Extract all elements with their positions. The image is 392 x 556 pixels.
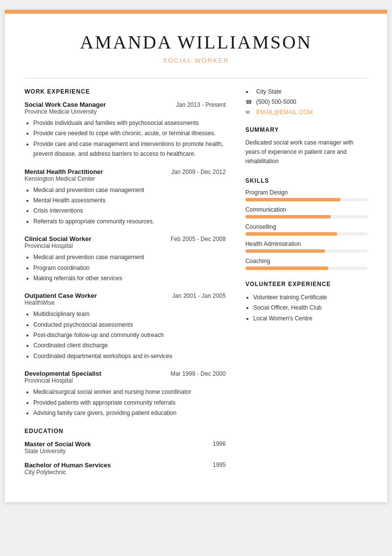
education-block: Bachelor of Human Services1995City Polyt… [24,461,226,476]
job-block: Mental Health PractitionerJan 2009 - Dec… [24,168,226,227]
list-item: Medical and prevention case management [33,252,226,262]
skill-bar-fill [245,266,329,270]
skill-name: Counselling [245,223,368,230]
skill-block: Program Design [245,189,368,201]
list-item: Volunteer training Certificate [253,292,368,303]
list-item: Provided patients with appropriate commu… [33,398,226,408]
top-bar [5,10,387,14]
edu-year: 1996 [213,440,226,448]
list-item: Coordinated departmental workshops and i… [33,351,226,361]
list-item: Multidisciplinary team [33,309,226,319]
education-section-title: EDUCATION [24,428,226,435]
skill-bar-fill [245,198,341,201]
edu-degree: Master of Social Work [24,440,91,448]
skill-block: Communication [245,206,368,218]
list-item: Referrals to appropriate community resou… [33,217,226,226]
list-item: Program coordination [33,263,226,273]
volunteer-section-title: VOLUNTEER EXPERIENCE [245,281,368,288]
list-item: Making referrals for other services [33,273,226,283]
job-company: Province Medical University [24,108,226,115]
job-title: Social Work Case Manager [24,101,106,108]
left-column: WORK EXPERIENCE Social Work Case Manager… [24,88,226,483]
list-item: Provide care needed to cope with chronic… [33,128,226,138]
job-dates: Feb 2005 - Dec 2008 [171,236,226,242]
volunteer-list: Volunteer training CertificateSocial Off… [245,292,368,324]
job-company: Kensington Medical Center [24,175,226,182]
email-icon: ✉ [245,109,253,116]
phone-icon: ☎ [245,99,253,105]
skill-bar-background [245,215,368,218]
summary-section-title: SUMMARY [245,126,368,133]
job-dates: Jan 2001 - Jan 2005 [172,292,225,299]
list-item: Social Officer, Health Club [253,303,368,314]
job-bullets: Multidisciplinary teamConducted psychoso… [24,309,226,361]
job-dates: Jan 2009 - Dec 2012 [171,169,225,175]
list-item: Advising family care givers, providing p… [33,408,226,418]
job-title: Developmental Specialist [24,370,101,377]
skill-bar-background [245,249,368,253]
job-title: Mental Health Practitioner [24,168,103,175]
jobs-container: Social Work Case ManagerJan 2013 - Prese… [24,101,226,418]
job-bullets: Medical/surgical social worker and nursi… [24,387,226,418]
work-experience-section-title: WORK EXPERIENCE [24,88,226,95]
job-company: HealthWise [24,299,226,306]
list-item: Provide individuals and families with ps… [33,118,226,128]
skill-name: Coaching [245,258,368,265]
job-header: Social Work Case ManagerJan 2013 - Prese… [24,101,226,108]
skill-bar-background [245,232,368,236]
resume-page: AMANDA WILLIAMSON SOCIAL WORKER WORK EXP… [5,10,387,502]
job-block: Outpatient Case WorkerJan 2001 - Jan 200… [24,292,226,361]
full-name: AMANDA WILLIAMSON [24,31,368,53]
list-item: Medical/surgical social worker and nursi… [33,387,226,397]
job-header: Developmental SpecialistMar 1998 - Dec 2… [24,370,226,377]
list-item: Coordinated client discharge [33,340,226,350]
job-title: Outpatient Case Worker [24,292,97,299]
job-block: Clinical Social WorkerFeb 2005 - Dec 200… [24,235,226,283]
job-bullets: Provide individuals and families with ps… [24,118,226,159]
edu-degree: Bachelor of Human Services [24,461,111,469]
edu-header: Master of Social Work1996 [24,440,226,448]
job-block: Developmental SpecialistMar 1998 - Dec 2… [24,370,226,418]
job-header: Outpatient Case WorkerJan 2001 - Jan 200… [24,292,226,299]
skill-name: Health Administration [245,241,368,247]
job-header: Mental Health PractitionerJan 2009 - Dec… [24,168,226,175]
edu-school: State University [24,448,226,455]
skill-bar-background [245,198,368,201]
job-block: Social Work Case ManagerJan 2013 - Prese… [24,101,226,159]
list-item: Mental Health assessments [33,195,226,205]
skill-bar-fill [245,232,337,236]
edu-school: City Polytechnic [24,469,226,476]
header: AMANDA WILLIAMSON SOCIAL WORKER [5,14,387,73]
edu-header: Bachelor of Human Services1995 [24,461,226,469]
skill-block: Health Administration [245,241,368,253]
job-bullets: Medical and prevention case managementMe… [24,185,226,227]
contact-phone: ☎ (500) 500-5000 [245,98,368,105]
right-column: ● City State ☎ (500) 500-5000 ✉ EMAIL@EM… [245,88,368,483]
job-dates: Jan 2013 - Present [176,101,225,108]
skill-block: Counselling [245,223,368,236]
skill-name: Communication [245,206,368,213]
list-item: Post-discharge follow-up and community o… [33,330,226,340]
list-item: Crisis interventions [33,206,226,216]
contact-location: ● City State [245,88,368,95]
skill-name: Program Design [245,189,368,196]
job-company: Provincial Hospital [24,242,226,249]
list-item: Conducted psychosocial assessments [33,320,226,330]
job-bullets: Medical and prevention case managementPr… [24,252,226,283]
contact-section: ● City State ☎ (500) 500-5000 ✉ EMAIL@EM… [245,88,368,116]
skill-bar-background [245,266,368,270]
skills-container: Program DesignCommunicationCounsellingHe… [245,189,368,270]
edu-year: 1995 [213,461,226,469]
education-container: Master of Social Work1996State Universit… [24,440,226,476]
education-block: Master of Social Work1996State Universit… [24,440,226,455]
skill-bar-fill [245,215,331,218]
skill-block: Coaching [245,258,368,270]
list-item: Medical and prevention case management [33,185,226,195]
list-item: Local Women's Centre [253,314,368,324]
job-dates: Mar 1998 - Dec 2000 [171,370,226,377]
location-icon: ● [245,89,253,95]
skills-section-title: SKILLS [245,177,368,184]
contact-email: ✉ EMAIL@EMAIL.COM [245,109,368,116]
summary-text: Dedicated social work case manager with … [245,138,368,167]
list-item: Provide care and case management and int… [33,139,226,159]
